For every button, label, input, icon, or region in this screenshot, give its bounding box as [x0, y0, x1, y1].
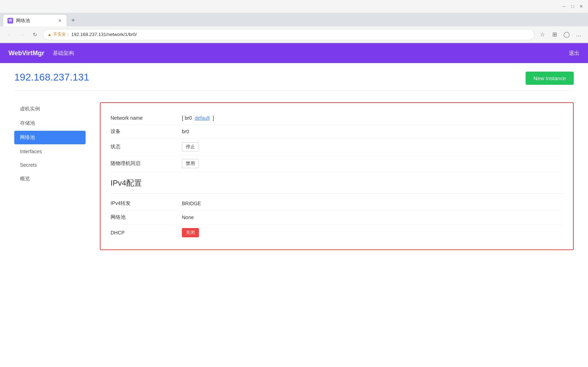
- nav-item-infrastructure[interactable]: 基础架构: [53, 50, 74, 57]
- network-name-plain: br0: [185, 115, 192, 121]
- sidebar-item-storage[interactable]: 存储池: [14, 117, 86, 130]
- active-tab[interactable]: W 网络池 ✕: [3, 14, 67, 26]
- network-pool-label: 网络池: [111, 214, 182, 221]
- ipv4-forward-label: IPv4转发: [111, 200, 182, 207]
- ipv4-forward-row: IPv4转发 BRIDGE: [111, 197, 563, 211]
- window-controls: ─ □ ✕: [562, 4, 584, 9]
- browser-actions: ☆ ⊞ ◯ …: [537, 30, 584, 40]
- minimize-button[interactable]: ─: [562, 4, 567, 9]
- tab-favicon: W: [7, 18, 13, 24]
- layout: 虚机实例 存储池 网络池 Interfaces Secrets 概览 Netwo…: [14, 102, 574, 250]
- title-bar: ─ □ ✕: [0, 0, 588, 13]
- tab-bar: W 网络池 ✕ +: [0, 13, 588, 26]
- main-content: 192.168.237.131 New Instance 虚机实例 存储池 网络…: [0, 63, 588, 367]
- more-button[interactable]: …: [574, 30, 584, 40]
- ipv4-forward-value: BRIDGE: [182, 201, 563, 206]
- logout-button[interactable]: 退出: [569, 50, 579, 57]
- network-pool-value: None: [182, 214, 563, 220]
- autostart-button[interactable]: 禁用: [182, 159, 199, 168]
- sidebar-item-secrets[interactable]: Secrets: [14, 159, 86, 171]
- autostart-row: 随物理机同启 禁用: [111, 155, 563, 172]
- network-name-row: Network name [ br0 default ]: [111, 112, 563, 125]
- security-warning: ▲ 不安全 |: [47, 31, 68, 37]
- new-instance-button[interactable]: New Instance: [526, 72, 574, 85]
- app-header: WebVirtMgr 基础架构 退出: [0, 43, 588, 63]
- network-name-value: [ br0 default ]: [182, 115, 563, 121]
- refresh-button[interactable]: ↻: [30, 30, 40, 40]
- section-divider: [111, 193, 563, 194]
- sidebar-item-interfaces[interactable]: Interfaces: [14, 145, 86, 158]
- url-bar[interactable]: ▲ 不安全 | 192.168.237.131/network/1/br0/: [43, 29, 535, 40]
- sidebar: 虚机实例 存储池 网络池 Interfaces Secrets 概览: [14, 102, 86, 250]
- sidebar-item-network[interactable]: 网络池: [14, 131, 86, 144]
- address-bar: ← → ↻ ▲ 不安全 | 192.168.237.131/network/1/…: [0, 26, 588, 43]
- collections-button[interactable]: ⊞: [549, 30, 559, 40]
- tab-close-button[interactable]: ✕: [57, 17, 62, 24]
- app-logo[interactable]: WebVirtMgr: [9, 50, 44, 57]
- device-label: 设备: [111, 128, 182, 135]
- page-title: 192.168.237.131: [14, 72, 89, 83]
- network-name-label: Network name: [111, 115, 182, 121]
- dhcp-button[interactable]: 关闭: [182, 228, 199, 237]
- sidebar-item-overview[interactable]: 概览: [14, 172, 86, 186]
- separator: |: [67, 32, 68, 37]
- ipv4-section-title: IPv4配置: [111, 172, 563, 192]
- sidebar-item-vms[interactable]: 虚机实例: [14, 102, 86, 116]
- tab-title: 网络池: [16, 17, 55, 24]
- dhcp-row: DHCP 关闭: [111, 224, 563, 241]
- back-button[interactable]: ←: [4, 30, 14, 40]
- status-label: 状态: [111, 144, 182, 150]
- bracket-close: ]: [213, 115, 214, 121]
- network-name-link[interactable]: default: [195, 115, 210, 121]
- status-value: 停止: [182, 142, 563, 151]
- favorites-button[interactable]: ☆: [537, 30, 547, 40]
- new-tab-button[interactable]: +: [68, 14, 79, 26]
- content-panel: Network name [ br0 default ] 设备 br0 状态 停…: [100, 102, 574, 250]
- warning-icon: ▲: [47, 32, 52, 37]
- dhcp-label: DHCP: [111, 230, 182, 236]
- url-text: 192.168.237.131/network/1/br0/: [71, 32, 530, 37]
- warning-text: 不安全: [53, 31, 66, 37]
- autostart-label: 随物理机同启: [111, 160, 182, 167]
- close-button[interactable]: ✕: [579, 4, 584, 9]
- bracket-open: [: [182, 115, 183, 121]
- profile-button[interactable]: ◯: [562, 30, 572, 40]
- autostart-value: 禁用: [182, 159, 563, 168]
- network-pool-row: 网络池 None: [111, 211, 563, 224]
- device-value: br0: [182, 129, 563, 134]
- maximize-button[interactable]: □: [570, 4, 575, 9]
- page-header: 192.168.237.131 New Instance: [14, 72, 574, 91]
- status-button[interactable]: 停止: [182, 142, 199, 151]
- status-row: 状态 停止: [111, 139, 563, 155]
- forward-button[interactable]: →: [17, 30, 27, 40]
- app-header-left: WebVirtMgr 基础架构: [9, 50, 74, 57]
- dhcp-value: 关闭: [182, 228, 563, 237]
- device-row: 设备 br0: [111, 125, 563, 139]
